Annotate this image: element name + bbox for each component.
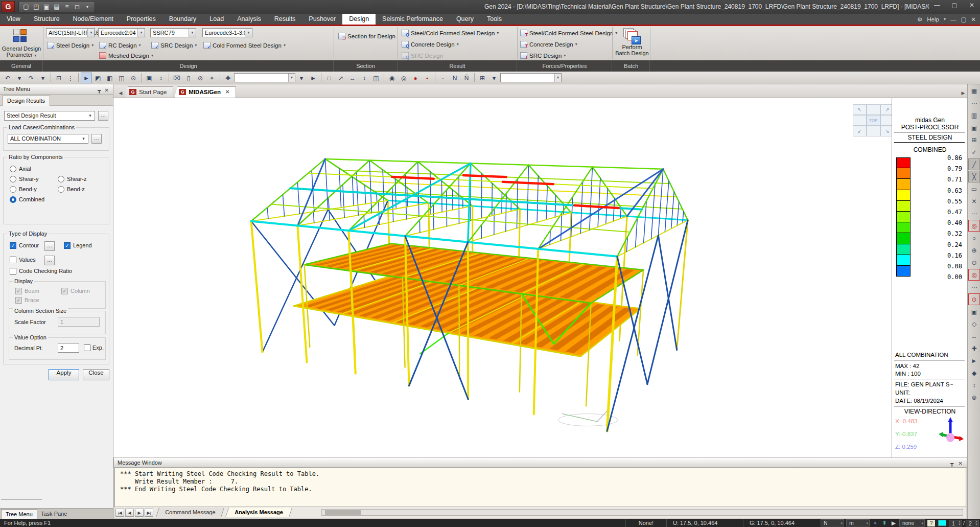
- right-toolbar-icon-21[interactable]: ✚: [968, 342, 980, 354]
- tab-scroll-left-icon[interactable]: ◀: [116, 88, 125, 98]
- right-toolbar-icon-22[interactable]: ►: [968, 355, 980, 366]
- menu-pushover[interactable]: Pushover: [302, 14, 342, 25]
- steel-code-combo[interactable]: AISC(15th)-LRFD16▾: [46, 28, 95, 37]
- page-current-stepper[interactable]: 1▲▼: [949, 520, 962, 526]
- msg-next-icon[interactable]: ▶: [135, 509, 144, 517]
- cold-formed-code-combo[interactable]: Eurocode3-1-3:06▾: [202, 28, 252, 37]
- right-toolbar-icon-6[interactable]: ╱: [968, 158, 980, 170]
- view-direction-widget[interactable]: ↖↗TOP↙↘: [853, 104, 894, 136]
- menu-design[interactable]: Design: [342, 14, 376, 25]
- toolbar-icon-34[interactable]: ◎: [398, 73, 409, 83]
- section-for-design-button[interactable]: ⊐Section for Design: [338, 31, 395, 41]
- menu-load[interactable]: Load: [203, 14, 230, 25]
- right-toolbar-icon-9[interactable]: ✕: [968, 195, 980, 207]
- forces-steel-button[interactable]: TSteel/Cold Formed Steel Design▾: [520, 28, 617, 38]
- close-button[interactable]: ✕: [967, 2, 977, 9]
- right-toolbar-icon-23[interactable]: ◆: [968, 367, 980, 379]
- view-cell[interactable]: [853, 115, 867, 126]
- toolbar-icon-33[interactable]: ◉: [386, 73, 398, 83]
- right-toolbar-icon-7[interactable]: ╳: [968, 171, 980, 182]
- radio-shear-z[interactable]: [58, 176, 64, 182]
- toolbar-icon-31[interactable]: ◫: [370, 73, 382, 83]
- toolbar-icon-3[interactable]: ▾: [37, 73, 49, 83]
- decimal-point-input[interactable]: [58, 343, 79, 353]
- message-scrollbar[interactable]: [321, 509, 963, 516]
- toolbar-icon-18[interactable]: ▯: [183, 73, 194, 83]
- toolbar-icon-10[interactable]: ◧: [104, 73, 115, 83]
- radio-combined[interactable]: [10, 196, 16, 203]
- force-unit-combo[interactable]: N▾: [821, 519, 844, 526]
- close-button-panel[interactable]: Close: [83, 369, 109, 380]
- new-file-icon[interactable]: ▢: [21, 3, 31, 10]
- tab-midas-gen[interactable]: GMIDAS/Gen✕: [174, 86, 236, 98]
- right-toolbar-icon-20[interactable]: ↔: [968, 330, 980, 342]
- forces-concrete-button[interactable]: TConcrete Design▾: [520, 39, 577, 49]
- menu-tools[interactable]: Tools: [480, 14, 508, 25]
- model-viewport[interactable]: ↖↗TOP↙↘ midas Gen POST-PROCESSOR STEEL D…: [113, 98, 967, 457]
- result-concrete-button[interactable]: QConcrete Design▾: [402, 39, 459, 49]
- menu-boundary[interactable]: Boundary: [162, 14, 203, 25]
- right-toolbar-icon-12[interactable]: ○: [968, 232, 980, 244]
- perform-batch-design-button[interactable]: ➤ PerformBatch Design: [615, 27, 649, 59]
- checkbox-values[interactable]: [10, 257, 16, 263]
- cold-formed-steel-design-button[interactable]: ✓Cold Formed Steel Design▾: [203, 40, 286, 50]
- result-steel-button[interactable]: QSteel/Cold Formed Steel Design▾: [402, 28, 499, 38]
- toolbar-icon-2[interactable]: ↷: [26, 73, 37, 83]
- menu-node-element[interactable]: Node/Element: [66, 14, 120, 25]
- rc-code-combo[interactable]: Eurocode2:04▾: [98, 28, 145, 37]
- right-toolbar-icon-15[interactable]: ◎: [968, 269, 980, 281]
- view-cell[interactable]: [867, 126, 880, 136]
- menu-query[interactable]: Query: [450, 14, 480, 25]
- menu-seismic-performance[interactable]: Seismic Performance: [376, 14, 450, 25]
- qat-customize-icon[interactable]: ▾: [82, 5, 92, 9]
- page-total-stepper[interactable]: 2▲▼: [966, 520, 979, 526]
- design-results-tab[interactable]: Design Results: [2, 96, 50, 106]
- checkbox-contour[interactable]: ✓: [10, 242, 16, 249]
- right-toolbar-icon-25[interactable]: ⊚: [968, 392, 980, 403]
- toolbar-icon-40[interactable]: Ñ: [461, 73, 472, 83]
- view--icon[interactable]: ↖: [853, 104, 867, 115]
- menu-properties[interactable]: Properties: [120, 14, 162, 25]
- right-toolbar-icon-0[interactable]: ▦: [968, 85, 980, 97]
- mdi-close-button[interactable]: ✕: [971, 16, 976, 23]
- tab-tree-menu[interactable]: Tree Menu: [1, 509, 37, 519]
- mdi-minimize-button[interactable]: —: [950, 16, 956, 22]
- right-toolbar-icon-19[interactable]: ◇: [968, 318, 980, 330]
- right-toolbar-icon-1[interactable]: ⋯: [968, 97, 980, 109]
- right-toolbar-icon-5[interactable]: ✓: [968, 146, 980, 158]
- checkbox-legend[interactable]: ✓: [64, 242, 71, 249]
- checkbox-exp[interactable]: [84, 345, 90, 351]
- toolbar-icon-15[interactable]: ↕: [155, 73, 167, 83]
- close-panel-icon[interactable]: ✕: [105, 85, 109, 95]
- mode-combo[interactable]: none▾: [899, 519, 925, 526]
- right-toolbar-icon-13[interactable]: ⊕: [968, 244, 980, 256]
- forces-src-button[interactable]: TSRC Design▾: [520, 51, 566, 60]
- toolbar-icon-1[interactable]: ▾: [14, 73, 25, 83]
- menu-view[interactable]: View: [0, 14, 27, 25]
- msg-first-icon[interactable]: |◀: [115, 509, 124, 517]
- load-combination-combo[interactable]: ALL COMBINATION▾: [8, 134, 88, 144]
- color-swatch[interactable]: [938, 520, 946, 526]
- view--icon[interactable]: ↙: [853, 126, 867, 136]
- toolbar-icon-17[interactable]: ⌧: [171, 73, 182, 83]
- toolbar-icon-42[interactable]: ⊞: [477, 73, 488, 83]
- toolbar-icon-22[interactable]: ✚: [222, 73, 234, 83]
- save-icon[interactable]: ▤: [52, 3, 62, 10]
- toolbar-icon-36[interactable]: ▪: [422, 73, 433, 83]
- right-toolbar-icon-17[interactable]: ⊙: [968, 293, 980, 305]
- src-code-combo[interactable]: SSRC79▾: [150, 28, 196, 37]
- pin-icon[interactable]: ┳: [950, 459, 953, 468]
- mdi-restore-button[interactable]: ▢: [961, 16, 966, 23]
- toolbar-icon-28[interactable]: ↗: [335, 73, 346, 83]
- values-options-button[interactable]: …: [44, 256, 55, 265]
- toolbar-icon-20[interactable]: ⌖: [206, 73, 218, 83]
- print-icon[interactable]: ≡: [62, 3, 72, 10]
- radio-bend-z[interactable]: [58, 186, 64, 193]
- view-cell[interactable]: [867, 104, 880, 115]
- src-design-button[interactable]: ✓SRC Design▾: [151, 40, 197, 50]
- radio-shear-y[interactable]: [10, 176, 16, 182]
- snap-node-icon[interactable]: ⌖: [871, 520, 880, 526]
- toolbar-icon-25[interactable]: ►: [308, 73, 319, 83]
- settings-gear-icon[interactable]: ⚙: [917, 16, 922, 23]
- toolbar-icon-0[interactable]: ↶: [2, 73, 13, 83]
